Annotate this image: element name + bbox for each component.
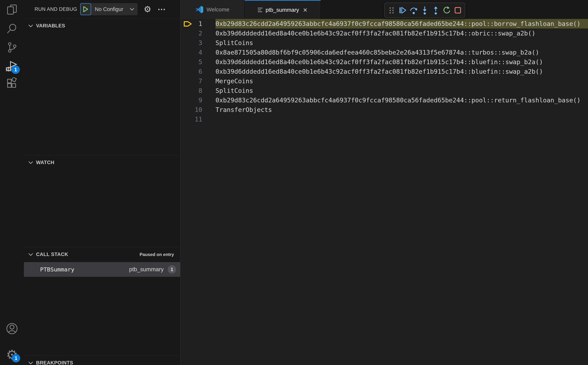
more-actions-icon[interactable]: ⋯ xyxy=(158,7,166,11)
step-over-icon[interactable] xyxy=(409,5,418,16)
code-text: SplitCoins xyxy=(215,86,588,95)
variables-section-label: VARIABLES xyxy=(36,23,65,29)
run-and-debug-icon[interactable] xyxy=(0,57,24,76)
code-line[interactable]: 1 0xb29d83c26cdd2a64959263abbcfc4a6937f0… xyxy=(181,19,588,28)
gutter[interactable]: 10 xyxy=(181,105,215,114)
line-number: 3 xyxy=(181,38,202,48)
line-number: 5 xyxy=(181,57,202,67)
line-number: 7 xyxy=(181,76,202,86)
code-text: 0xb39d6dddedd16ed8a40ce0b1e6b43c92acf0ff… xyxy=(215,67,588,76)
gutter[interactable]: 9 xyxy=(181,95,215,105)
call-stack-frame-row[interactable]: PTBSummary ptb_summary 1 xyxy=(24,262,180,277)
watch-section-header[interactable]: WATCH xyxy=(24,155,180,170)
code-line[interactable]: 2 0xb39d6dddedd16ed8a40ce0b1e6b43c92acf0… xyxy=(181,28,588,38)
gutter[interactable]: 2 xyxy=(181,28,215,38)
tab-welcome-label: Welcome xyxy=(206,7,229,13)
vscode-logo-icon xyxy=(195,6,204,14)
tab-ptb-summary-label: ptb_summary xyxy=(265,7,299,13)
gutter[interactable]: 1 xyxy=(181,19,215,28)
stop-icon[interactable] xyxy=(453,5,463,16)
breakpoints-section-header[interactable]: BREAKPOINTS xyxy=(24,355,180,365)
debug-toolbar xyxy=(384,3,465,18)
debug-settings-gear-icon[interactable]: ⚙ xyxy=(144,5,151,14)
chevron-down-icon xyxy=(28,253,33,256)
code-text: 0xb39d6dddedd16ed8a40ce0b1e6b43c92acf0ff… xyxy=(215,28,588,38)
line-number: 6 xyxy=(181,67,202,76)
watch-section-label: WATCH xyxy=(36,160,54,165)
tab-ptb-summary[interactable]: ptb_summary × xyxy=(245,0,321,19)
toolbar-drag-handle-icon[interactable] xyxy=(387,5,397,16)
code-line[interactable]: 9 0xb29d83c26cdd2a64959263abbcfc4a6937f0… xyxy=(181,95,588,105)
current-stack-frame-arrow-icon xyxy=(184,21,193,27)
sidebar-title: RUN AND DEBUG xyxy=(35,7,77,12)
explorer-icon[interactable] xyxy=(0,0,24,19)
tab-welcome[interactable]: Welcome xyxy=(181,0,245,19)
continue-icon[interactable] xyxy=(398,5,407,16)
frame-file-name: ptb_summary xyxy=(129,266,164,273)
frame-name: PTBSummary xyxy=(40,266,74,273)
debug-launch-group: No Configur xyxy=(80,3,138,15)
step-out-icon[interactable] xyxy=(431,5,440,16)
code-line[interactable]: 5 0xb39d6dddedd16ed8a40ce0b1e6b43c92acf0… xyxy=(181,57,588,67)
line-number: 8 xyxy=(181,86,202,95)
config-label: No Configur xyxy=(95,6,123,12)
gutter[interactable]: 3 xyxy=(181,38,215,48)
chevron-down-icon xyxy=(130,8,134,10)
chevron-down-icon xyxy=(28,362,33,364)
settings-count-badge: 1 xyxy=(12,354,20,362)
code-line[interactable]: 3 SplitCoins xyxy=(181,38,588,48)
code-text: 0xb39d6dddedd16ed8a40ce0b1e6b43c92acf0ff… xyxy=(215,57,588,67)
code-text: SplitCoins xyxy=(215,38,588,48)
gutter[interactable]: 7 xyxy=(181,76,215,86)
code-line[interactable]: 4 0x8ae871505a80d8bf6bf9c05906cda6edfeea… xyxy=(181,48,588,57)
breakpoints-section-label: BREAKPOINTS xyxy=(36,360,73,365)
debug-count-badge: 1 xyxy=(11,65,20,74)
code-line[interactable]: 8 SplitCoins xyxy=(181,86,588,95)
code-text: MergeCoins xyxy=(215,76,588,86)
line-number: 11 xyxy=(181,114,202,124)
extensions-icon[interactable] xyxy=(0,74,24,93)
code-text xyxy=(215,114,588,124)
accounts-icon[interactable] xyxy=(0,319,24,338)
run-and-debug-sidebar: RUN AND DEBUG No Configur ⚙ ⋯ VARIABLES xyxy=(24,0,181,365)
call-stack-section-header[interactable]: CALL STACK Paused on entry xyxy=(24,247,180,262)
search-icon[interactable] xyxy=(0,19,24,38)
variables-section-header[interactable]: VARIABLES xyxy=(24,18,180,33)
debug-configuration-dropdown[interactable]: No Configur xyxy=(91,3,138,15)
code-line[interactable]: 7 MergeCoins xyxy=(181,76,588,86)
code-editor[interactable]: 1 0xb29d83c26cdd2a64959263abbcfc4a6937f0… xyxy=(181,19,588,365)
code-line[interactable]: 10 TransferObjects xyxy=(181,105,588,114)
gutter[interactable]: 4 xyxy=(181,48,215,57)
chevron-down-icon xyxy=(28,24,33,27)
line-number: 2 xyxy=(181,28,202,38)
code-text: 0xb29d83c26cdd2a64959263abbcfc4a6937f0c9… xyxy=(215,95,588,105)
play-icon xyxy=(83,6,88,12)
start-debugging-button[interactable] xyxy=(80,3,91,15)
gutter[interactable]: 8 xyxy=(181,86,215,95)
line-number: 9 xyxy=(181,95,202,105)
code-line[interactable]: 11 xyxy=(181,114,588,124)
settings-gear-icon[interactable]: ⚙ xyxy=(0,345,24,364)
sidebar-header: RUN AND DEBUG No Configur ⚙ ⋯ xyxy=(24,0,180,18)
gutter[interactable]: 5 xyxy=(181,57,215,67)
gutter[interactable]: 11 xyxy=(181,114,215,124)
gutter[interactable]: 6 xyxy=(181,67,215,76)
line-number: 10 xyxy=(181,105,202,114)
code-text: TransferObjects xyxy=(215,105,588,114)
call-stack-section-label: CALL STACK xyxy=(36,252,68,257)
code-text: 0x8ae871505a80d8bf6bf9c05906cda6edfeea46… xyxy=(215,48,588,57)
line-number: 4 xyxy=(181,48,202,57)
close-icon[interactable]: × xyxy=(303,6,307,14)
restart-icon[interactable] xyxy=(442,5,452,16)
editor-group: Welcome ptb_summary × xyxy=(181,0,588,365)
source-control-icon[interactable] xyxy=(0,38,24,57)
activity-bar: 1 ⚙ 1 xyxy=(0,0,24,365)
code-line[interactable]: 6 0xb39d6dddedd16ed8a40ce0b1e6b43c92acf0… xyxy=(181,67,588,76)
chevron-down-icon xyxy=(28,161,33,164)
paused-status-text: Paused on entry xyxy=(140,252,174,257)
code-text: 0xb29d83c26cdd2a64959263abbcfc4a6937f0c9… xyxy=(215,19,588,28)
frame-line-badge: 1 xyxy=(168,265,176,274)
file-icon xyxy=(258,8,262,12)
step-into-icon[interactable] xyxy=(420,5,430,16)
